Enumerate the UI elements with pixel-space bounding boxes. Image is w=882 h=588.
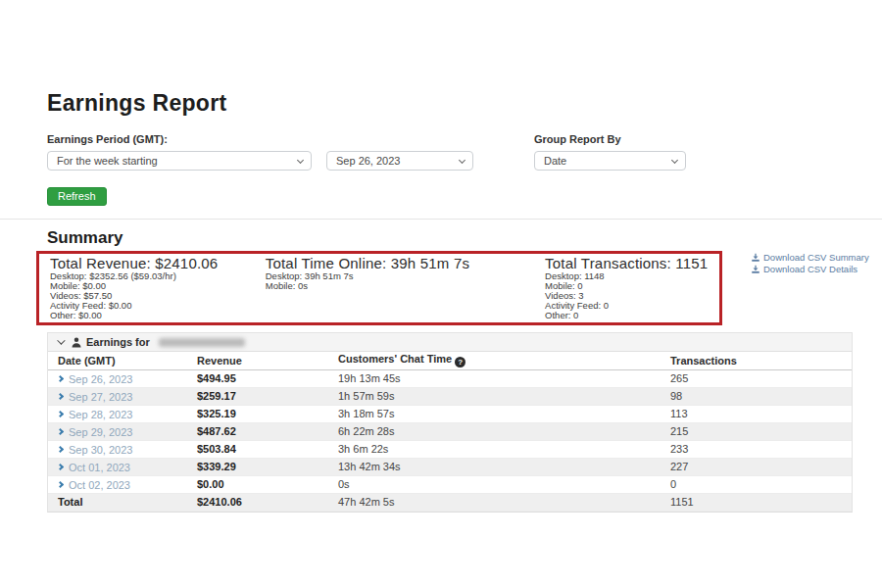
total-revenue-cell: $2410.06 (187, 493, 328, 511)
col-header-revenue: Revenue (187, 352, 328, 369)
person-icon (72, 337, 81, 348)
transactions-cell: 227 (661, 458, 852, 475)
col-header-date: Date (GMT) (48, 352, 187, 369)
download-csv-details-link[interactable]: Download CSV Details (751, 264, 882, 275)
revenue-cell: $0.00 (187, 475, 328, 493)
total-transactions-block: Total Transactions: 1151 Desktop: 1148 M… (534, 255, 719, 320)
group-report-by-label: Group Report By (534, 133, 686, 146)
date-link[interactable]: Sep 26, 2023 (58, 373, 132, 385)
chevron-right-icon (57, 446, 64, 453)
earnings-table-header-row: Date (GMT) Revenue Customers' Chat Time?… (48, 352, 852, 369)
earnings-period-group: Earnings Period (GMT): For the week star… (47, 133, 473, 171)
earnings-period-label: Earnings Period (GMT): (47, 133, 473, 146)
total-row: Total $2410.06 47h 42m 5s 1151 (48, 493, 852, 511)
chevron-right-icon (57, 393, 64, 400)
period-date-select-value: Sep 26, 2023 (336, 155, 400, 167)
revenue-cell: $325.19 (187, 405, 328, 422)
summary-highlight-box: Total Revenue: $2410.06 Desktop: $2352.5… (36, 251, 722, 325)
chevron-down-icon (671, 157, 678, 164)
total-transactions-title: Total Transactions: 1151 (545, 255, 719, 271)
revenue-cell: $503.84 (187, 440, 328, 458)
total-time-online-block: Total Time Online: 39h 51m 7s Desktop: 3… (255, 255, 534, 320)
chevron-down-icon (297, 157, 304, 164)
total-revenue-title: Total Revenue: $2410.06 (50, 255, 255, 271)
revenue-cell: $494.95 (187, 369, 328, 387)
transactions-cell: 98 (661, 387, 852, 405)
period-type-select[interactable]: For the week starting (47, 151, 312, 171)
chevron-right-icon (57, 375, 64, 382)
summary-heading: Summary (47, 228, 853, 248)
chat-time-cell: 3h 18m 57s (328, 405, 661, 422)
date-link[interactable]: Sep 28, 2023 (58, 409, 132, 420)
download-icon (751, 265, 760, 274)
earnings-for-label: Earnings for (86, 336, 150, 348)
earnings-report-page: Earnings Report Earnings Period (GMT): F… (0, 90, 882, 588)
transactions-other-line: Other: 0 (545, 311, 719, 320)
chat-time-cell: 3h 6m 22s (328, 440, 661, 458)
total-label: Total (48, 493, 187, 511)
date-link[interactable]: Sep 27, 2023 (58, 391, 132, 403)
collapse-caret-icon[interactable] (57, 336, 65, 344)
page-title: Earnings Report (47, 90, 853, 116)
date-link[interactable]: Sep 29, 2023 (58, 426, 132, 438)
col-header-chat-time: Customers' Chat Time? (328, 352, 661, 369)
filters-bar: Earnings Period (GMT): For the week star… (47, 133, 853, 171)
revenue-cell: $339.29 (187, 458, 328, 475)
table-row: Sep 28, 2023 $325.19 3h 18m 57s 113 (48, 405, 852, 422)
chevron-right-icon (57, 428, 64, 435)
col-header-transactions: Transactions (661, 352, 852, 369)
chat-time-cell: 6h 22m 28s (328, 422, 661, 440)
chevron-down-icon (459, 157, 466, 164)
earnings-table-header-bar[interactable]: Earnings for (48, 333, 852, 352)
period-type-select-value: For the week starting (57, 155, 158, 167)
time-mobile-line: Mobile: 0s (266, 281, 534, 291)
table-row: Sep 27, 2023 $259.17 1h 57m 59s 98 (48, 387, 852, 405)
table-row: Sep 29, 2023 $487.62 6h 22m 28s 215 (48, 422, 852, 440)
revenue-cell: $259.17 (187, 387, 328, 405)
transactions-cell: 113 (661, 405, 852, 422)
total-transactions-cell: 1151 (661, 493, 852, 511)
chevron-right-icon (57, 411, 64, 417)
date-link[interactable]: Sep 30, 2023 (58, 444, 132, 456)
date-link[interactable]: Oct 02, 2023 (58, 479, 130, 491)
total-chat-time-cell: 47h 42m 5s (328, 493, 661, 511)
chevron-right-icon (57, 481, 64, 488)
help-icon[interactable]: ? (455, 357, 466, 368)
download-icon (751, 253, 760, 263)
group-by-select-value: Date (544, 155, 566, 167)
period-date-select[interactable]: Sep 26, 2023 (326, 151, 473, 171)
date-link[interactable]: Oct 01, 2023 (58, 462, 130, 473)
summary-section: Total Revenue: $2410.06 Desktop: $2352.5… (47, 251, 853, 325)
earnings-table-card: Earnings for Date (GMT) Revenue Customer… (47, 332, 853, 513)
table-row: Sep 30, 2023 $503.84 3h 6m 22s 233 (48, 440, 852, 458)
earnings-table: Date (GMT) Revenue Customers' Chat Time?… (48, 352, 852, 512)
table-row: Oct 01, 2023 $339.29 13h 42m 34s 227 (48, 458, 852, 475)
download-csv-details-label: Download CSV Details (763, 264, 858, 275)
refresh-button[interactable]: Refresh (47, 187, 107, 206)
total-time-online-title: Total Time Online: 39h 51m 7s (266, 255, 534, 271)
group-by-select[interactable]: Date (534, 151, 686, 171)
chat-time-cell: 0s (328, 475, 661, 493)
section-divider (0, 219, 882, 220)
transactions-cell: 0 (661, 475, 852, 493)
chat-time-cell: 19h 13m 45s (328, 369, 661, 387)
download-csv-summary-link[interactable]: Download CSV Summary (751, 252, 882, 264)
download-csv-summary-label: Download CSV Summary (763, 252, 869, 264)
redacted-username (159, 338, 245, 347)
chat-time-cell: 13h 42m 34s (328, 458, 661, 475)
total-revenue-block: Total Revenue: $2410.06 Desktop: $2352.5… (39, 255, 255, 320)
transactions-cell: 215 (661, 422, 852, 440)
revenue-cell: $487.62 (187, 422, 328, 440)
revenue-other-line: Other: $0.00 (50, 311, 255, 320)
transactions-cell: 233 (661, 440, 852, 458)
chevron-right-icon (57, 464, 64, 470)
transactions-cell: 265 (661, 369, 852, 387)
csv-downloads: Download CSV Summary Download CSV Detail… (751, 252, 882, 275)
table-row: Oct 02, 2023 $0.00 0s 0 (48, 475, 852, 493)
group-report-by-group: Group Report By Date (534, 133, 686, 171)
chat-time-cell: 1h 57m 59s (328, 387, 661, 405)
table-row: Sep 26, 2023 $494.95 19h 13m 45s 265 (48, 369, 852, 387)
